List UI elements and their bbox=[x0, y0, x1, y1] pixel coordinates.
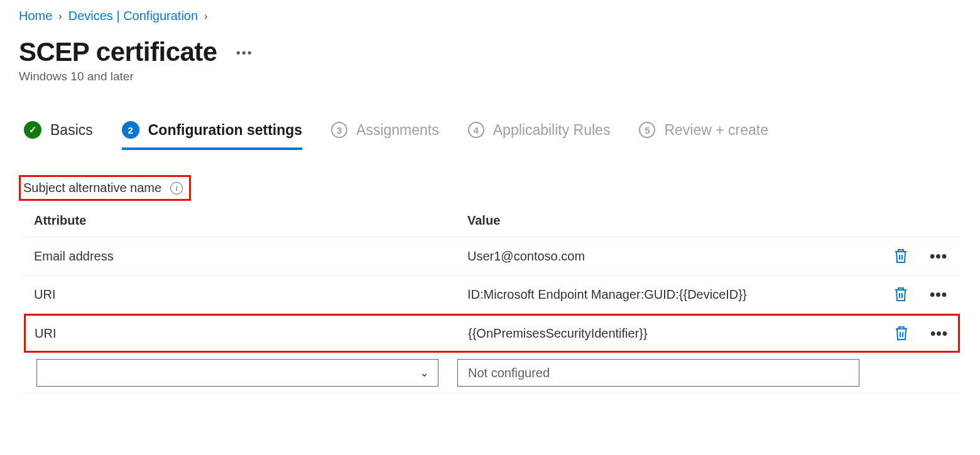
check-icon: ✓ bbox=[24, 121, 41, 139]
step-number-icon: 5 bbox=[639, 122, 655, 138]
row-more-button[interactable]: ••• bbox=[920, 283, 957, 306]
section-title: Subject alternative name bbox=[23, 181, 161, 195]
more-icon[interactable]: ••• bbox=[236, 46, 253, 60]
table-row-highlighted: URI {{OnPremisesSecurityIdentifier}} ••• bbox=[24, 314, 960, 353]
col-attribute: Attribute bbox=[34, 213, 467, 228]
row-more-button[interactable]: ••• bbox=[920, 245, 957, 267]
step-applicability-rules[interactable]: 4 Applicability Rules bbox=[468, 122, 611, 150]
row-more-button[interactable]: ••• bbox=[920, 322, 958, 345]
step-configuration-settings[interactable]: 2 Configuration settings bbox=[122, 121, 302, 150]
trash-icon bbox=[894, 325, 909, 341]
breadcrumb-devices[interactable]: Devices | Configuration bbox=[68, 9, 198, 23]
page-subtitle: Windows 10 and later bbox=[19, 70, 967, 83]
section-heading-highlight: Subject alternative name i bbox=[19, 175, 191, 201]
delete-button[interactable] bbox=[883, 323, 920, 344]
value-input-wrap bbox=[457, 359, 859, 387]
cell-value: ID:Microsoft Endpoint Manager:GUID:{{Dev… bbox=[467, 287, 882, 302]
step-label: Assignments bbox=[356, 122, 439, 139]
attribute-select[interactable]: ⌄ bbox=[36, 359, 438, 387]
step-label: Review + create bbox=[664, 122, 768, 139]
chevron-right-icon: › bbox=[58, 11, 62, 22]
col-value: Value bbox=[467, 213, 882, 228]
page-title: SCEP certificate bbox=[19, 37, 217, 67]
step-number-icon: 3 bbox=[331, 122, 347, 138]
step-label: Basics bbox=[50, 122, 93, 139]
cell-attribute: URI bbox=[34, 287, 467, 302]
step-number-icon: 2 bbox=[122, 121, 139, 139]
info-icon[interactable]: i bbox=[170, 182, 183, 195]
step-label: Configuration settings bbox=[148, 122, 302, 139]
delete-button[interactable] bbox=[882, 245, 920, 267]
chevron-down-icon: ⌄ bbox=[420, 366, 429, 380]
delete-button[interactable] bbox=[882, 284, 920, 305]
cell-attribute: URI bbox=[35, 326, 468, 341]
step-basics[interactable]: ✓ Basics bbox=[24, 121, 93, 150]
step-assignments[interactable]: 3 Assignments bbox=[331, 122, 439, 150]
cell-attribute: Email address bbox=[34, 249, 467, 264]
chevron-right-icon: › bbox=[204, 11, 207, 22]
new-row-inputs: ⌄ bbox=[24, 353, 960, 393]
trash-icon bbox=[893, 286, 908, 302]
cell-value: {{OnPremisesSecurityIdentifier}} bbox=[468, 326, 883, 341]
san-table: Attribute Value Email address User1@cont… bbox=[24, 208, 960, 393]
trash-icon bbox=[893, 248, 908, 264]
table-header: Attribute Value bbox=[24, 208, 960, 237]
step-nav: ✓ Basics 2 Configuration settings 3 Assi… bbox=[24, 121, 967, 150]
step-label: Applicability Rules bbox=[493, 122, 611, 139]
value-input[interactable] bbox=[467, 365, 850, 381]
table-row: URI ID:Microsoft Endpoint Manager:GUID:{… bbox=[24, 276, 960, 314]
breadcrumb: Home › Devices | Configuration › bbox=[19, 9, 967, 23]
table-row: Email address User1@contoso.com ••• bbox=[24, 237, 960, 276]
breadcrumb-home[interactable]: Home bbox=[19, 9, 52, 23]
step-review-create[interactable]: 5 Review + create bbox=[639, 122, 768, 150]
step-number-icon: 4 bbox=[468, 122, 484, 138]
cell-value: User1@contoso.com bbox=[467, 249, 882, 264]
